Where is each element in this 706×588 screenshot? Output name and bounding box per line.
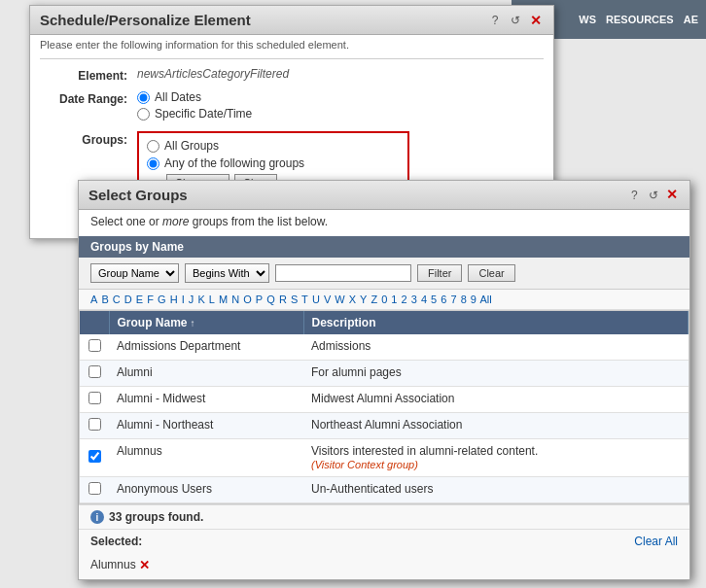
groups-title-icons: ? ↺ ✕ [626,187,680,203]
row-name-cell: Alumni - Northeast [109,413,303,439]
alpha-g[interactable]: G [158,294,166,305]
clear-all-link[interactable]: Clear All [634,535,678,548]
alpha-y[interactable]: Y [360,294,367,305]
alpha-7[interactable]: 7 [450,294,456,305]
row-name-cell: Anonymous Users [109,477,303,503]
alpha-8[interactable]: 8 [461,294,467,305]
all-dates-radio[interactable] [137,91,150,104]
alpha-k[interactable]: K [197,294,204,305]
schedule-close-icon[interactable]: ✕ [528,13,544,28]
any-groups-radio[interactable] [147,157,159,170]
alpha-6[interactable]: 6 [441,294,446,305]
schedule-divider [40,58,544,59]
groups-table: Group Name↑ Description Admissions Depar… [80,311,688,504]
status-bar: i 33 groups found. [79,504,689,529]
groups-help-icon[interactable]: ? [626,188,642,203]
alpha-f[interactable]: F [147,294,154,305]
alpha-2[interactable]: 2 [402,294,407,305]
groups-title-bar: Select Groups ? ↺ ✕ [79,181,689,210]
alpha-all[interactable]: All [479,294,491,305]
info-icon: i [90,510,104,524]
table-row: Admissions Department Admissions [80,334,688,361]
selected-item-name: Alumnus [90,558,136,571]
row-checkbox-cell [80,503,109,505]
row-name-cell: Alumni [109,361,303,387]
schedule-title-bar: Schedule/Personalize Element ? ↺ ✕ [30,6,553,35]
alpha-t[interactable]: T [301,294,308,305]
subtitle-em: more [162,215,189,228]
table-row: Alumni - Midwest Midwest Alumni Associat… [80,387,688,413]
alpha-m[interactable]: M [219,294,228,305]
alpha-h[interactable]: H [170,294,178,305]
row-checkbox[interactable] [88,450,101,463]
filter-clear-button[interactable]: Clear [468,264,514,282]
alpha-p[interactable]: P [256,294,263,305]
col-header-checkbox [80,311,109,334]
row-name-cell: Admissions Department [109,334,303,361]
alpha-l[interactable]: L [209,294,215,305]
alpha-4[interactable]: 4 [421,294,427,305]
alpha-r[interactable]: R [279,294,287,305]
alpha-e[interactable]: E [136,294,143,305]
row-name-cell: Alumni - Midwest [109,387,303,413]
alpha-s[interactable]: S [291,294,298,305]
alpha-0[interactable]: 0 [381,294,387,305]
schedule-help-icon[interactable]: ? [487,13,503,28]
row-checkbox-cell [80,334,109,361]
alpha-n[interactable]: N [231,294,239,305]
nav-ae: AE [684,14,698,25]
alpha-a[interactable]: A [90,294,97,305]
groups-close-icon[interactable]: ✕ [664,187,680,202]
alpha-9[interactable]: 9 [471,294,477,305]
alpha-1[interactable]: 1 [391,294,397,305]
visitor-context-label: (Visitor Context group) [311,459,418,470]
alpha-b[interactable]: B [101,294,108,305]
table-row: Alumni - Northeast Northeast Alumni Asso… [80,413,688,439]
element-label: Element: [40,67,137,83]
alpha-z[interactable]: Z [371,294,377,305]
groups-by-name-header: Groups by Name [79,236,689,258]
row-checkbox[interactable] [88,482,101,495]
alpha-v[interactable]: V [324,294,331,305]
col-header-description[interactable]: Description [303,311,688,334]
alpha-q[interactable]: Q [266,294,275,305]
alpha-x[interactable]: X [349,294,356,305]
element-value: newsArticlesCategoryFiltered [137,67,544,81]
selected-bar: Selected: Clear All [79,529,689,553]
remove-alumnus-button[interactable]: ✕ [139,559,150,571]
table-row: Alumnus Visitors interested in alumni-re… [80,439,688,477]
row-checkbox-cell [80,439,109,477]
schedule-refresh-icon[interactable]: ↺ [508,13,523,28]
row-checkbox[interactable] [88,339,101,352]
selected-items-bar: Alumnus ✕ [79,553,689,579]
alpha-u[interactable]: U [312,294,320,305]
row-desc-cell: All authenticated users [303,503,688,505]
specific-date-radio[interactable] [137,108,150,121]
alpha-w[interactable]: W [335,294,344,305]
row-checkbox[interactable] [88,418,101,431]
groups-table-header-row: Group Name↑ Description [80,311,688,334]
selected-label: Selected: [90,535,142,548]
groups-count: 33 groups found. [109,510,203,524]
alpha-o[interactable]: O [243,294,252,305]
all-groups-radio[interactable] [147,140,159,153]
alpha-j[interactable]: J [189,294,194,305]
groups-refresh-icon[interactable]: ↺ [646,188,661,203]
all-dates-row: All Dates [137,90,544,104]
filter-search-input[interactable] [275,264,411,282]
alpha-c[interactable]: C [113,294,121,305]
alpha-3[interactable]: 3 [411,294,417,305]
filter-condition-select[interactable]: Begins With Contains Ends With [185,263,269,283]
alpha-i[interactable]: I [182,294,185,305]
date-range-row: Date Range: All Dates Specific Date/Time [40,90,544,123]
row-desc-cell: Admissions [303,334,688,361]
row-checkbox[interactable] [88,365,101,378]
selected-item: Alumnus ✕ [90,558,150,571]
row-desc-cell: For alumni pages [303,361,688,387]
filter-button[interactable]: Filter [417,264,462,282]
filter-field-select[interactable]: Group Name [90,263,179,283]
alpha-d[interactable]: D [124,294,132,305]
col-header-name[interactable]: Group Name↑ [109,311,303,334]
row-checkbox[interactable] [88,392,101,404]
alpha-5[interactable]: 5 [431,294,437,305]
